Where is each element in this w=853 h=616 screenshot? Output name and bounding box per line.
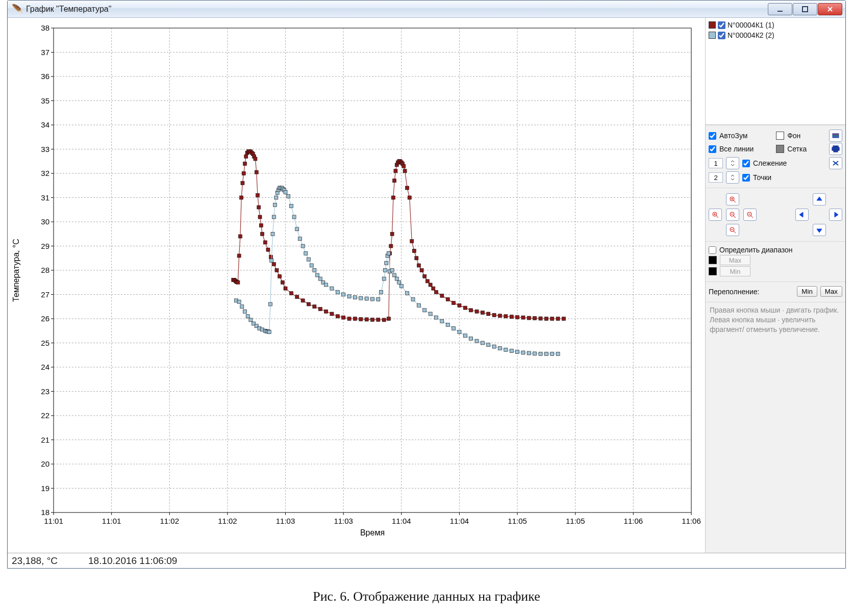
svg-rect-210 <box>246 315 249 318</box>
svg-text:11:02: 11:02 <box>160 517 179 525</box>
svg-rect-130 <box>259 224 263 227</box>
svg-rect-268 <box>399 284 403 288</box>
legend-swatch-2 <box>709 32 716 39</box>
autozoom-checkbox[interactable] <box>709 132 716 140</box>
svg-rect-221 <box>270 259 273 263</box>
svg-rect-222 <box>271 232 274 236</box>
svg-rect-110 <box>236 280 240 284</box>
zoom-in-y-button[interactable] <box>726 193 739 206</box>
svg-rect-146 <box>324 310 328 313</box>
app-icon: 🪶 <box>12 4 23 15</box>
erase-button[interactable] <box>829 157 842 169</box>
svg-rect-264 <box>390 269 394 272</box>
pan-up-button[interactable] <box>813 193 826 206</box>
svg-rect-189 <box>469 309 473 312</box>
all-lines-checkbox[interactable] <box>709 145 716 153</box>
svg-rect-154 <box>371 318 374 321</box>
track-label: Слежение <box>753 159 787 167</box>
svg-rect-179 <box>423 274 426 278</box>
legend-item[interactable]: N°00004К1 (1) <box>709 20 842 30</box>
zoom-reset-button[interactable] <box>726 209 739 221</box>
svg-rect-197 <box>516 316 519 319</box>
svg-rect-194 <box>498 314 502 318</box>
svg-rect-233 <box>284 191 287 194</box>
svg-rect-111 <box>237 254 241 258</box>
svg-text:25: 25 <box>41 339 49 347</box>
pan-down-button[interactable] <box>813 224 826 236</box>
svg-rect-193 <box>492 313 496 317</box>
track-checkbox[interactable] <box>742 160 750 167</box>
svg-text:11:04: 11:04 <box>450 517 469 525</box>
legend-item[interactable]: N°00004К2 (2) <box>709 30 842 40</box>
svg-rect-138 <box>281 280 284 284</box>
overflow-min-button[interactable]: Min <box>797 286 817 297</box>
define-range-checkbox[interactable] <box>709 246 716 254</box>
track-index-input[interactable] <box>709 158 723 168</box>
legend-checkbox-1[interactable] <box>718 21 725 29</box>
grid-color-swatch[interactable] <box>776 145 784 153</box>
chart-area[interactable]: 1819202122232425262728293031323334353637… <box>8 18 705 553</box>
points-stepper[interactable] <box>726 171 739 184</box>
svg-rect-129 <box>258 215 262 219</box>
svg-rect-208 <box>240 305 244 309</box>
svg-text:11:06: 11:06 <box>682 517 701 525</box>
zoom-in-x-button[interactable] <box>709 209 722 221</box>
legend-swatch-1 <box>709 21 716 29</box>
min-swatch[interactable] <box>709 267 717 275</box>
overflow-max-button[interactable]: Max <box>820 286 842 297</box>
svg-rect-243 <box>313 269 316 272</box>
svg-rect-278 <box>458 330 461 334</box>
svg-text:19: 19 <box>41 484 49 493</box>
plot-style-button[interactable] <box>829 130 842 142</box>
svg-rect-266 <box>395 277 398 280</box>
close-button[interactable] <box>818 3 842 15</box>
svg-rect-288 <box>516 350 519 354</box>
maximize-button[interactable] <box>793 3 817 15</box>
svg-rect-274 <box>435 316 438 319</box>
svg-rect-149 <box>342 316 345 319</box>
zoom-out-y-button[interactable] <box>726 224 739 236</box>
svg-rect-132 <box>263 241 267 244</box>
svg-rect-195 <box>504 315 508 318</box>
svg-rect-185 <box>446 298 449 301</box>
svg-rect-115 <box>242 172 245 175</box>
side-panel: N°00004К1 (1) N°00004К2 (2) АвтоЗум <box>705 18 845 553</box>
svg-rect-128 <box>257 206 261 209</box>
svg-rect-184 <box>440 294 444 297</box>
print-button[interactable] <box>829 143 842 155</box>
pan-right-button[interactable] <box>829 209 842 221</box>
window-title: График "Температура" <box>26 5 111 14</box>
svg-text:26: 26 <box>41 314 49 323</box>
svg-text:38: 38 <box>41 23 49 32</box>
svg-rect-188 <box>463 306 467 310</box>
minimize-button[interactable] <box>768 3 792 15</box>
svg-rect-161 <box>391 196 395 199</box>
legend-checkbox-2[interactable] <box>718 32 725 39</box>
bg-color-swatch[interactable] <box>776 132 784 140</box>
svg-rect-177 <box>417 264 420 267</box>
svg-rect-142 <box>301 299 305 302</box>
svg-rect-241 <box>307 258 311 261</box>
svg-rect-200 <box>533 317 537 320</box>
svg-rect-181 <box>429 283 432 287</box>
svg-rect-256 <box>377 298 380 301</box>
svg-rect-275 <box>440 319 444 323</box>
track-stepper[interactable] <box>726 157 739 169</box>
points-index-input[interactable] <box>709 172 723 183</box>
svg-rect-270 <box>411 298 415 301</box>
svg-rect-203 <box>550 317 554 321</box>
svg-rect-126 <box>255 170 258 174</box>
svg-rect-183 <box>435 290 438 294</box>
autozoom-label: АвтоЗум <box>719 132 747 140</box>
status-value: 23,188, °C <box>12 555 58 567</box>
svg-line-305 <box>734 200 736 202</box>
svg-rect-112 <box>238 235 242 238</box>
svg-rect-141 <box>295 295 299 299</box>
svg-rect-279 <box>463 334 467 338</box>
pan-left-button[interactable] <box>795 209 809 221</box>
zoom-out-x-button[interactable] <box>743 209 757 221</box>
bg-label: Фон <box>787 132 800 140</box>
max-swatch[interactable] <box>709 256 717 264</box>
svg-text:23: 23 <box>41 387 49 396</box>
points-checkbox[interactable] <box>742 174 750 182</box>
